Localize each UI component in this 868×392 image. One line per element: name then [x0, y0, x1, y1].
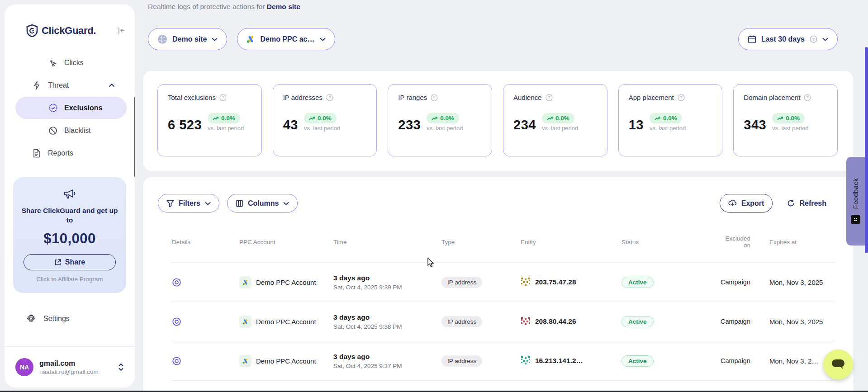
help-circle-icon[interactable]: ? — [219, 94, 227, 101]
columns-button[interactable]: Columns — [227, 194, 298, 213]
svg-text:?: ? — [680, 95, 682, 100]
sidebar-item-reports[interactable]: Reports — [15, 142, 127, 164]
stat-caption: vs. last period — [427, 125, 463, 132]
chevron-down-icon — [212, 38, 218, 41]
trend-value: 0.0% — [318, 115, 332, 122]
logs-panel: Filters Columns Export Refresh — [143, 177, 853, 392]
ppc-account-cell: Demo PPC Account — [239, 316, 333, 328]
share-button[interactable]: Share — [24, 254, 116, 270]
document-icon — [32, 149, 42, 158]
sidebar-item-blacklist[interactable]: Blacklist — [15, 119, 127, 142]
sidebar-item-settings[interactable]: Settings — [26, 314, 70, 323]
feedback-tab[interactable]: Feedback — [846, 157, 865, 246]
status-cell: Active — [621, 355, 700, 367]
sidebar: ClickGuard. Clicks Threat — [5, 5, 135, 387]
refresh-icon — [787, 199, 795, 207]
sidebar-item-label: Blacklist — [64, 127, 91, 135]
subtitle-site-name: Demo site — [267, 3, 300, 10]
subtitle-text: Realtime logs of protective actions for — [148, 3, 267, 10]
sidebar-item-label: Exclusions — [64, 104, 102, 112]
chat-launcher-button[interactable] — [823, 349, 853, 379]
page-subtitle: Realtime logs of protective actions for … — [148, 3, 300, 11]
stat-value: 234 — [513, 118, 536, 132]
trend-badge: 0.0% — [208, 113, 240, 123]
page-scrollbar[interactable] — [865, 47, 868, 253]
filters-button[interactable]: Filters — [158, 194, 219, 213]
type-badge: IP address — [441, 316, 482, 327]
sidebar-item-clicks[interactable]: Clicks — [15, 52, 127, 74]
export-button[interactable]: Export — [720, 194, 773, 213]
stat-caption: vs. last period — [208, 125, 244, 132]
stat-card-audience: Audience ? 234 0.0% vs. last period — [503, 84, 607, 156]
date-range-selector[interactable]: Last 30 days ? — [738, 28, 838, 50]
time-cell: 3 days ago Sat, Oct 4, 2025 9:39 PM — [333, 274, 441, 291]
view-details-icon[interactable] — [172, 278, 239, 287]
excluded-on-cell: Campaign — [700, 357, 750, 364]
google-ads-icon — [239, 355, 251, 367]
megaphone-icon — [63, 187, 76, 200]
view-details-icon[interactable] — [172, 356, 239, 366]
google-ads-icon — [239, 316, 251, 328]
stat-card-ip-addresses: IP addresses ? 43 0.0% vs. last period — [273, 84, 377, 156]
table-row[interactable]: Demo PPC Account 3 days ago Sat, Oct 4, … — [172, 341, 835, 380]
table-row[interactable]: Demo PPC Account 3 days ago Sat, Oct 4, … — [172, 302, 835, 341]
affiliate-caption[interactable]: Click to Affiliate Program — [19, 276, 120, 283]
account-switcher[interactable]: NA gmail.com naatali.ro@gmail.com — [5, 346, 135, 387]
chevron-down-icon — [205, 202, 211, 205]
help-circle-icon[interactable]: ? — [545, 94, 553, 101]
help-circle-icon[interactable]: ? — [804, 94, 811, 101]
type-cell: IP address — [441, 277, 521, 288]
view-details-icon[interactable] — [172, 317, 239, 326]
ppc-account-selector[interactable]: Demo PPC ac… — [237, 28, 335, 50]
time-cell: 3 days ago Sat, Oct 4, 2025 9:38 PM — [333, 313, 441, 330]
time-relative: 3 days ago — [333, 353, 441, 361]
trend-up-icon — [547, 116, 553, 121]
expand-updown-icon[interactable] — [118, 363, 124, 371]
sidebar-scrollbar[interactable] — [134, 97, 135, 177]
col-ppc-account: PPC Account — [239, 239, 333, 246]
feedback-label: Feedback — [852, 178, 859, 209]
affiliate-card: Share ClickGuard and get up to $10,000 S… — [13, 177, 126, 293]
svg-text:?: ? — [222, 95, 224, 100]
sidebar-item-label: Threat — [48, 81, 69, 90]
filter-icon — [166, 200, 174, 207]
refresh-label: Refresh — [799, 199, 826, 208]
status-badge: Active — [621, 355, 654, 367]
chevron-down-icon — [283, 202, 289, 205]
excluded-on-cell: Campaign — [700, 318, 750, 325]
trend-up-icon — [309, 116, 315, 121]
help-circle-icon[interactable]: ? — [326, 94, 333, 101]
sidebar-item-threat[interactable]: Threat — [15, 74, 127, 96]
chevron-down-icon — [822, 38, 828, 41]
col-type: Type — [441, 239, 521, 246]
table-body: Demo PPC Account 3 days ago Sat, Oct 4, … — [172, 262, 835, 392]
columns-label: Columns — [248, 199, 279, 208]
chat-bubble-icon — [830, 358, 846, 371]
table-header: Details PPC Account Time Type Entity Sta… — [172, 235, 835, 256]
clickguard-shield-icon — [26, 24, 38, 37]
help-circle-icon[interactable]: ? — [431, 94, 438, 101]
sidebar-nav: Clicks Threat Exclusions — [5, 52, 135, 165]
export-label: Export — [741, 199, 764, 208]
cursor-click-icon — [48, 58, 58, 67]
identicon-icon — [521, 316, 531, 326]
affiliate-text: Share ClickGuard and get up to — [19, 206, 120, 225]
type-cell: IP address — [441, 355, 521, 367]
trend-value: 0.0% — [663, 115, 677, 122]
trend-up-icon — [213, 116, 219, 121]
google-ads-icon — [247, 35, 255, 43]
stat-label: Domain placement — [744, 94, 800, 101]
site-selector[interactable]: Demo site — [148, 28, 227, 50]
stat-label: App placement — [629, 94, 674, 101]
account-name: gmail.com — [39, 359, 99, 368]
trend-value: 0.0% — [786, 115, 800, 122]
entity-cell: 16.213.141.2… — [521, 356, 621, 366]
sidebar-collapse-icon[interactable] — [118, 27, 126, 35]
help-circle-icon[interactable]: ? — [678, 94, 685, 101]
sidebar-item-exclusions[interactable]: Exclusions — [15, 97, 127, 119]
identicon-icon — [521, 277, 531, 287]
table-row[interactable]: Demo PPC Account 3 days ago Sat, Oct 4, … — [172, 262, 835, 302]
refresh-button[interactable]: Refresh — [783, 194, 831, 213]
ppc-account-selector-value: Demo PPC ac… — [260, 35, 314, 43]
brand-name: ClickGuard. — [42, 25, 96, 37]
